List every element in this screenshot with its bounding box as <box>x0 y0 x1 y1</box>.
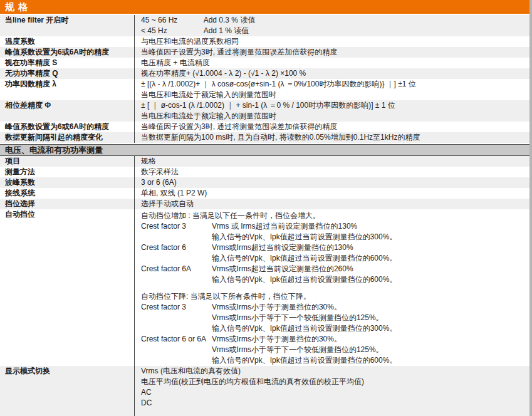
auto-range-condition: Crest factor 6 or 6A Vrms或Irms小于等于测量挡位的3… <box>141 334 526 366</box>
condition-line: 输入信号的Vpk、Ipk值超过当前设置测量挡位的600%。 <box>212 253 526 264</box>
table-row-wiring-system: 接线系统 单相, 双线 (1 P2 W) <box>0 188 530 199</box>
auto-range-condition: Crest factor 3 Vrms或Irms小于等于测量挡位的30%。 Vr… <box>141 302 526 334</box>
condition-line: Vrms或Irms超过当前设定测量挡位的260% <box>212 264 526 274</box>
row-label: 自动挡位 <box>0 209 135 366</box>
row-label: 峰值系数设置为6或6A时的精度 <box>0 122 135 132</box>
auto-range-condition: Crest factor 3 Vrms 或 Irms超过当前设定测量挡位的130… <box>141 221 526 242</box>
condition-line: 输入信号的Vpk、Ipk值超过当前设置测量挡位的600%。 <box>212 274 526 285</box>
row-label: 温度系数 <box>0 36 135 47</box>
condition-line: Vrms或Irms小于等于下一个较低测量挡位的125%。 <box>212 313 526 323</box>
row-label: 峰值系数设置为6或6A时的精度 <box>0 47 135 58</box>
table-row-reactive-power: 无功功率精度 Q 视在功率精度+ (√1.0004 - λ 2) - (√1 -… <box>0 68 530 79</box>
display-mode-line: AC <box>141 387 526 398</box>
row-label: 波峰系数 <box>0 177 135 188</box>
condition-line: 输入信号的Vpk、Ipk值超过当前设置测量挡位的600%。 <box>212 355 526 366</box>
row-value: 与电压和电流的温度系数相同 <box>135 36 530 47</box>
row-value: 当数据更新间隔为100 ms时, 且为自动时, 将读数的0.05%增加到0.1H… <box>135 132 530 143</box>
row-label: 视在功率精度 S <box>0 58 135 68</box>
value-line: < 45 Hz Add 1 % 读值 <box>141 26 526 36</box>
crest-factor-label: Crest factor 6 or 6A <box>141 334 212 366</box>
table-row-crest-accuracy-2: 峰值系数设置为6或6A时的精度 当峰值因子设置为3时, 通过将测量范围误差加倍获… <box>0 122 530 132</box>
row-label: 当line filter 开启时 <box>0 15 135 36</box>
row-value: 单相, 双线 (1 P2 W) <box>135 188 530 199</box>
crest-factor-label: Crest factor 3 <box>141 221 212 242</box>
row-value: 电压精度 + 电流精度 <box>135 58 530 68</box>
value-line: ± [(λ - λ /1.0002)+ ｜ λ cosø-cos{ø+sin-1… <box>141 79 526 90</box>
table-row-update-interval: 数据更新间隔引起的精度变化 当数据更新间隔为100 ms时, 且为自动时, 将读… <box>0 132 530 143</box>
table-row-item: 项目 规格 <box>0 156 530 167</box>
condition-line: Vrms或Irms小于等于测量挡位的30%。 <box>212 302 526 313</box>
page-edge-stripe <box>529 0 532 416</box>
crest-factor-label: Crest factor 6A <box>141 264 212 285</box>
condition-lines: Vrms或Irms超过当前设定测量挡位的260% 输入信号的Vpk、Ipk值超过… <box>212 264 526 285</box>
condition-lines: Vrms或Irms超过当前设定测量挡位的130% 输入信号的Vpk、Ipk值超过… <box>212 242 526 264</box>
row-label: 挡位选择 <box>0 199 135 209</box>
blank-line <box>141 285 526 291</box>
condition-lines: Vrms或Irms小于等于测量挡位的30%。 Vrms或Irms小于等于下一个较… <box>212 302 526 334</box>
row-label: 相位差精度 Φ <box>0 100 135 122</box>
value-line: 当电压和电流处于额定输入的测量范围时 <box>141 90 526 100</box>
section-header-label: 电压、电流和有功功率测量 <box>5 145 103 156</box>
row-label: 数据更新间隔引起的精度变化 <box>0 132 135 143</box>
display-mode-line: 电压平均值(校正到电压的均方根值和电流的真有效值的校正平均值) <box>141 377 526 387</box>
table-row-temp-coefficient: 温度系数 与电压和电流的温度系数相同 <box>0 36 530 47</box>
auto-range-condition: Crest factor 6 Vrms或Irms超过当前设定测量挡位的130% … <box>141 242 526 264</box>
row-value: 规格 <box>135 156 530 167</box>
row-value: 选择手动或自动 <box>135 199 530 209</box>
row-label: 接线系统 <box>0 188 135 199</box>
accuracy-add: Add 1 % 读值 <box>204 26 249 35</box>
row-value: 视在功率精度+ (√1.0004 - λ 2) - (√1 - λ 2) ×10… <box>135 68 530 79</box>
row-value: 当峰值因子设置为3时, 通过将测量范围误差加倍获得的精度 <box>135 47 530 58</box>
crest-factor-label: Crest factor 6 <box>141 242 212 264</box>
row-value: 当峰值因子设置为3时, 通过将测量范围误差加倍获得的精度 <box>135 122 530 132</box>
condition-line: 输入信号的Vpk、Ipk值超过当前设置测量挡位的300%。 <box>212 323 526 334</box>
crest-factor-label: Crest factor 3 <box>141 302 212 334</box>
auto-range-condition: Crest factor 6A Vrms或Irms超过当前设定测量挡位的260%… <box>141 264 526 285</box>
row-value: 45 ~ 66 Hz Add 0.3 % 读值 < 45 Hz Add 1 % … <box>135 15 530 36</box>
auto-range-block: 自动挡位增加 : 当满足以下任一条件时，挡位会增大。 Crest factor … <box>135 209 530 366</box>
table-row-power-factor: 功率因数精度 λ ± [(λ - λ /1.0002)+ ｜ λ cosø-co… <box>0 79 530 100</box>
value-line: 45 ~ 66 Hz Add 0.3 % 读值 <box>141 15 526 26</box>
table-row-crest-accuracy-1: 峰值系数设置为6或6A时的精度 当峰值因子设置为3时, 通过将测量范围误差加倍获… <box>0 47 530 58</box>
display-mode-line: Vrms (电压和电流的真有效值) <box>141 366 526 377</box>
row-value: 3 or 6 (6A) <box>135 177 530 188</box>
row-value: 数字采样法 <box>135 167 530 177</box>
table-row-apparent-power: 视在功率精度 S 电压精度 + 电流精度 <box>0 58 530 68</box>
table-row-crest-factor: 波峰系数 3 or 6 (6A) <box>0 177 530 188</box>
condition-line: Vrms或Irms小于等于下一个较低测量挡位的125%。 <box>212 345 526 355</box>
row-label: 功率因数精度 λ <box>0 79 135 100</box>
row-label: 显示模式切换 <box>0 366 135 416</box>
auto-range-increase-intro: 自动挡位增加 : 当满足以下任一条件时，挡位会增大。 <box>141 211 526 221</box>
condition-line: 输入信号的Vpk、Ipk值超过当前设置测量挡位的300%。 <box>212 232 526 242</box>
condition-line: Vrms或Irms超过当前设定测量挡位的130% <box>212 242 526 253</box>
accuracy-add: Add 0.3 % 读值 <box>204 16 256 24</box>
freq-range: 45 ~ 66 Hz <box>141 15 202 26</box>
condition-line: Vrms 或 Irms超过当前设定测量挡位的130% <box>212 221 526 232</box>
display-mode-line: DC <box>141 398 526 408</box>
row-value: ± [ ｜ ø-cos-1 (λ /1.0002) ｜ + sin-1 (λ ＝… <box>135 100 530 122</box>
value-line: 当电压和电流处于额定输入的测量范围时 <box>141 111 526 122</box>
row-label: 项目 <box>0 156 135 167</box>
page-title: 规 格 <box>5 1 28 13</box>
table-row-range-selection: 挡位选择 选择手动或自动 <box>0 199 530 209</box>
value-line: ± [ ｜ ø-cos-1 (λ /1.0002) ｜ + sin-1 (λ ＝… <box>141 100 526 111</box>
section-header-voltage-current-power: 电压、电流和有功功率测量 <box>0 144 530 156</box>
table-row-line-filter: 当line filter 开启时 45 ~ 66 Hz Add 0.3 % 读值… <box>0 15 530 36</box>
table-row-display-mode: 显示模式切换 Vrms (电压和电流的真有效值) 电压平均值(校正到电压的均方根… <box>0 366 530 416</box>
table-row-auto-range: 自动挡位 自动挡位增加 : 当满足以下任一条件时，挡位会增大。 Crest fa… <box>0 209 530 366</box>
row-value: ± [(λ - λ /1.0002)+ ｜ λ cosø-cos{ø+sin-1… <box>135 79 530 100</box>
auto-range-decrease-intro: 自动挡位下降: 当满足以下所有条件时，挡位下降。 <box>141 291 526 302</box>
table-row-measurement-method: 测量方法 数字采样法 <box>0 167 530 177</box>
spec-sheet-page: 规 格 当line filter 开启时 45 ~ 66 Hz Add 0.3 … <box>0 0 532 416</box>
row-label: 测量方法 <box>0 167 135 177</box>
freq-range: < 45 Hz <box>141 26 202 36</box>
condition-lines: Vrms 或 Irms超过当前设定测量挡位的130% 输入信号的Vpk、Ipk值… <box>212 221 526 242</box>
page-title-bar: 规 格 <box>0 0 530 14</box>
condition-line: Vrms或Irms小于等于测量挡位的30%。 <box>212 334 526 345</box>
table-row-phase-difference: 相位差精度 Φ ± [ ｜ ø-cos-1 (λ /1.0002) ｜ + si… <box>0 100 530 122</box>
condition-lines: Vrms或Irms小于等于测量挡位的30%。 Vrms或Irms小于等于下一个较… <box>212 334 526 366</box>
display-mode-list: Vrms (电压和电流的真有效值) 电压平均值(校正到电压的均方根值和电流的真有… <box>135 366 530 416</box>
row-label: 无功功率精度 Q <box>0 68 135 79</box>
